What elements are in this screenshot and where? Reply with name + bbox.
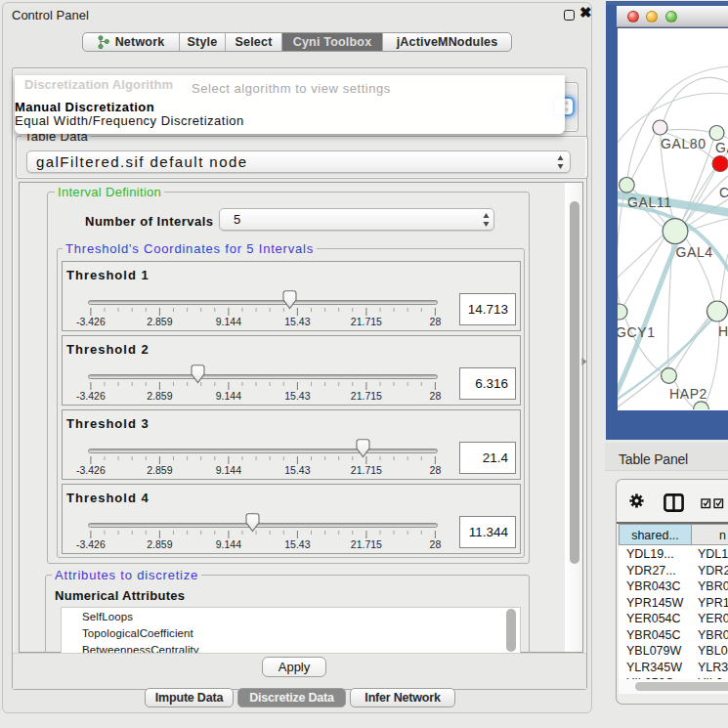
svg-text:HI: HI (718, 323, 728, 339)
svg-text:C: C (719, 185, 728, 200)
svg-text:GAL80: GAL80 (661, 136, 707, 151)
svg-text:GA: GA (715, 140, 728, 155)
svg-text:GCY1: GCY1 (618, 324, 656, 340)
svg-text:HAP2: HAP2 (669, 386, 707, 402)
svg-text:GAL11: GAL11 (627, 194, 672, 210)
svg-text:GAL4: GAL4 (676, 244, 713, 260)
